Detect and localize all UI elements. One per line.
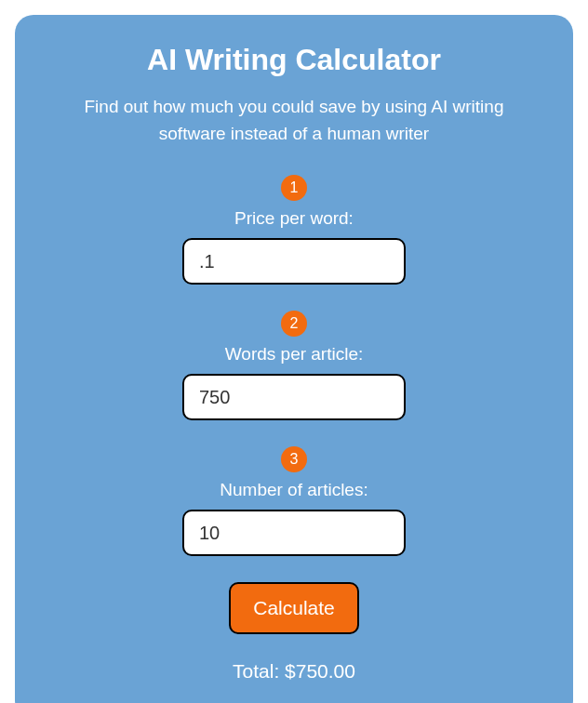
step-badge: 1 [281,175,307,201]
total-result: Total: $750.00 [52,660,536,683]
price-per-word-input[interactable] [182,238,406,285]
words-per-article-input[interactable] [182,374,406,420]
step-badge: 3 [281,446,307,472]
field-label-articles: Number of articles: [220,480,368,500]
field-label-words: Words per article: [225,344,364,365]
calculate-button[interactable]: Calculate [229,582,359,634]
step-number-of-articles: 3 Number of articles: [52,446,536,556]
step-price-per-word: 1 Price per word: [52,175,536,285]
step-words-per-article: 2 Words per article: [52,311,536,420]
number-of-articles-input[interactable] [182,510,406,556]
field-label-price: Price per word: [234,208,354,229]
calculator-card: AI Writing Calculator Find out how much … [15,15,573,703]
page-title: AI Writing Calculator [52,43,536,77]
page-subtitle: Find out how much you could save by usin… [52,94,536,147]
step-badge: 2 [281,311,307,337]
